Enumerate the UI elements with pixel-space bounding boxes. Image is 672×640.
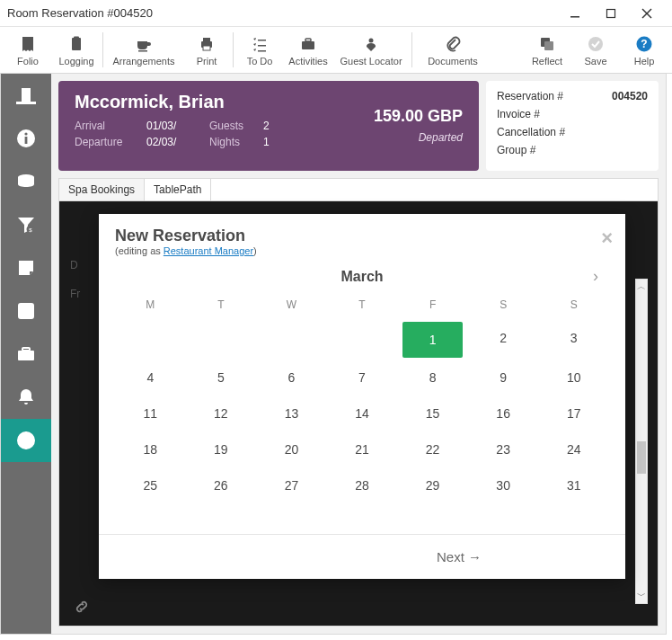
sidebar-item-note[interactable] (1, 246, 51, 289)
info-icon (15, 128, 37, 149)
calendar-day[interactable]: 23 (468, 431, 539, 467)
calendar-day[interactable]: 5 (186, 360, 257, 396)
door-icon (14, 84, 38, 106)
calendar-day[interactable]: 21 (327, 431, 398, 467)
departure-value: 02/03/ (146, 136, 209, 148)
guest-locator-label: Guest Locator (340, 56, 402, 67)
sidebar-item-room[interactable] (1, 74, 51, 117)
sidebar-item-external[interactable] (1, 289, 51, 333)
sidebar-item-funnel[interactable]: $ (1, 203, 51, 246)
scroll-up-icon[interactable]: ︿ (636, 280, 647, 294)
calendar-day[interactable]: 3 (538, 320, 609, 356)
calendar-day[interactable]: 25 (115, 467, 186, 503)
calendar-day[interactable]: 31 (538, 467, 609, 503)
tab-strip: Spa Bookings TablePath (58, 178, 659, 200)
maximize-button[interactable] (593, 0, 629, 27)
sidebar-item-alerts[interactable] (1, 376, 51, 419)
svg-point-20 (24, 132, 27, 135)
scroll-down-icon[interactable]: ﹀ (636, 589, 647, 603)
reflect-icon (537, 34, 557, 54)
calendar-day[interactable]: 9 (468, 360, 539, 396)
svg-rect-7 (203, 38, 210, 41)
toolbar: Folio Logging Arrangements Print To Do A… (0, 27, 672, 74)
svg-rect-10 (305, 39, 311, 41)
group-label: Group # (497, 144, 535, 156)
scroll-thumb[interactable] (637, 441, 646, 474)
sidebar-item-billing[interactable] (1, 160, 51, 203)
link-icon[interactable] (74, 599, 90, 615)
calendar-day[interactable]: 6 (256, 360, 327, 396)
calendar-day[interactable]: 16 (468, 396, 539, 431)
calendar-day[interactable]: 24 (538, 431, 609, 467)
guest-header: Mccormick, Brian Arrival 01/03/ Guests 2… (58, 81, 659, 171)
close-icon (641, 8, 652, 19)
calendar-day[interactable]: 11 (115, 396, 186, 431)
vertical-scrollbar[interactable]: ︿ ﹀ (635, 279, 648, 604)
calendar-day[interactable]: 2 (468, 320, 539, 356)
svg-rect-0 (570, 16, 579, 18)
invoice-label: Invoice # (497, 108, 540, 120)
next-button[interactable]: Next → (437, 549, 482, 564)
calendar-day[interactable]: 8 (397, 360, 468, 396)
minimize-icon (570, 8, 580, 19)
calendar-day (256, 320, 327, 356)
next-month-button[interactable]: › (593, 267, 609, 286)
help-label: Help (634, 56, 655, 67)
svg-point-14 (588, 37, 603, 51)
svg-rect-4 (72, 38, 81, 50)
separator (102, 32, 103, 67)
dow-header: W (256, 293, 327, 320)
calendar-day[interactable]: 12 (186, 396, 257, 431)
bg-label-1: D (70, 259, 78, 271)
calendar-day[interactable]: 1 (402, 322, 463, 358)
calendar-day[interactable]: 10 (538, 360, 609, 396)
tab-spa-bookings[interactable]: Spa Bookings (59, 179, 145, 200)
calendar-day[interactable]: 19 (186, 431, 257, 467)
sidebar-item-info[interactable] (1, 117, 51, 160)
month-label: March (131, 269, 593, 285)
calendar-day[interactable]: 22 (397, 431, 468, 467)
modal-title: New Reservation (115, 227, 609, 245)
role-link[interactable]: Restaurant Manager (164, 245, 253, 256)
logging-button[interactable]: Logging (52, 27, 101, 73)
print-icon (197, 34, 217, 54)
calendar-day[interactable]: 28 (327, 467, 398, 503)
modal-close-button[interactable]: × (601, 227, 613, 250)
svg-rect-9 (302, 41, 314, 49)
todo-button[interactable]: To Do (235, 27, 284, 73)
sidebar-item-globe[interactable] (1, 419, 51, 462)
arrangements-button[interactable]: Arrangements (105, 27, 182, 73)
svg-rect-18 (22, 88, 31, 102)
svg-rect-13 (544, 41, 553, 50)
documents-button[interactable]: Documents (414, 27, 491, 73)
help-button[interactable]: ? Help (620, 27, 668, 73)
folio-button[interactable]: Folio (4, 27, 52, 73)
reservation-label: Reservation # (497, 90, 563, 102)
calendar-day[interactable]: 17 (538, 396, 609, 431)
calendar-day (186, 320, 257, 356)
minimize-button[interactable] (557, 0, 593, 27)
calendar-day[interactable]: 27 (256, 467, 327, 503)
calendar-day[interactable]: 18 (115, 431, 186, 467)
calendar-day[interactable]: 7 (327, 360, 398, 396)
calendar-day[interactable]: 26 (186, 467, 257, 503)
save-button[interactable]: Save (571, 27, 620, 73)
calendar-day[interactable]: 20 (256, 431, 327, 467)
reflect-button[interactable]: Reflect (523, 27, 571, 73)
calendar-day[interactable]: 13 (256, 396, 327, 431)
sidebar-item-work[interactable] (1, 333, 51, 376)
calendar-day[interactable]: 15 (397, 396, 468, 431)
modal-footer: Next → (99, 534, 625, 579)
guest-locator-button[interactable]: Guest Locator (332, 27, 410, 73)
close-button[interactable] (629, 0, 665, 27)
calendar-day[interactable]: 29 (397, 467, 468, 503)
calendar-day[interactable]: 30 (468, 467, 539, 503)
calendar-day[interactable]: 4 (115, 360, 186, 396)
tab-tablepath[interactable]: TablePath (145, 179, 211, 200)
calendar-grid: MTWTFSS 12345678910111213141516171819202… (99, 293, 625, 503)
svg-rect-26 (18, 351, 34, 360)
calendar-day[interactable]: 14 (327, 396, 398, 431)
activities-button[interactable]: Activities (284, 27, 332, 73)
print-button[interactable]: Print (182, 27, 231, 73)
calendar-day (327, 320, 398, 356)
